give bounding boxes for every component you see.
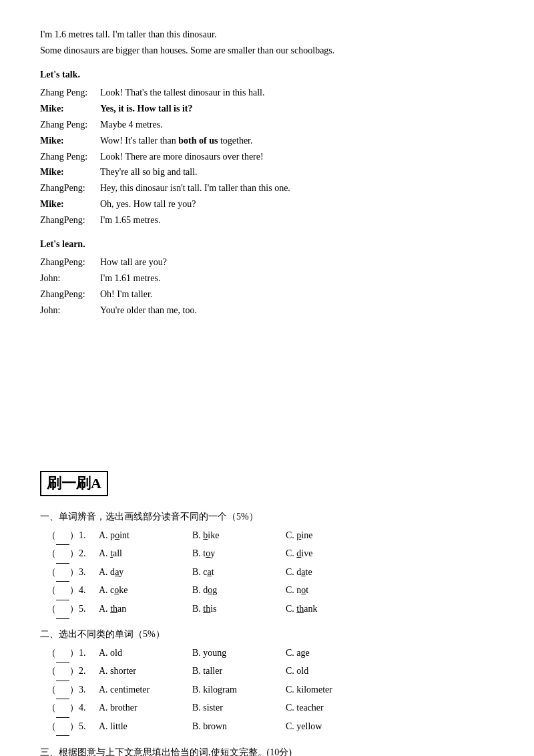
s2-q3-option-c: C. kilometer xyxy=(286,681,379,699)
learn-line-2: John: I'm 1.61 metres. xyxy=(40,270,494,287)
brush-section: 刷一刷A 一、单词辨音，选出画线部分读音不同的一个（5%） （ ） 1. A. … xyxy=(40,471,494,756)
s2-q5-option-c: C. yellow xyxy=(286,718,379,736)
dialog-text-9: I'm 1.65 metres. xyxy=(100,212,160,228)
dialog-text-2: Yes, it is. How tall is it? xyxy=(100,101,192,117)
intro-line1: I'm 1.6 metres tall. I'm taller than thi… xyxy=(40,27,494,43)
dialog-line-6: Mike: They're all so big and tall. xyxy=(40,164,494,180)
learn-speaker-2: John: xyxy=(40,270,100,287)
s2-paren-close-5: ） xyxy=(69,718,79,736)
q2-option-b: B. toy xyxy=(192,545,286,563)
dialog-line-3: Zhang Peng: Maybe 4 metres. xyxy=(40,117,494,133)
section3-header: 三、根据图意与上下文意思填出恰当的词,使短文完整。(10分) xyxy=(40,747,494,756)
learn-line-3: ZhangPeng: Oh! I'm taller. xyxy=(40,287,494,303)
learn-text-3: Oh! I'm taller. xyxy=(100,287,152,303)
s2-paren-close-1: ） xyxy=(69,644,79,663)
section2-q5: （ ） 5. A. little B. brown C. yellow xyxy=(40,718,494,737)
answer-blank-1[interactable] xyxy=(56,527,69,546)
answer-blank-2[interactable] xyxy=(56,545,69,564)
s2-paren-open-2: （ xyxy=(47,663,56,681)
dialog-line-9: ZhangPeng: I'm 1.65 metres. xyxy=(40,212,494,228)
lets-learn-title: Let's learn. xyxy=(40,236,494,252)
section2-header: 二、选出不同类的单词（5%） xyxy=(40,628,494,640)
speaker-zhangpeng-3: Zhang Peng: xyxy=(40,117,100,133)
dialog-line-4: Mike: Wow! It's taller than both of us t… xyxy=(40,133,494,149)
section1-q5: （ ） 5. A. than B. this C. thank xyxy=(40,600,494,619)
paren-close-5: ） xyxy=(69,600,79,618)
brush-title: 刷一刷A xyxy=(40,471,108,496)
section2-q2: （ ） 2. A. shorter B. taller C. old xyxy=(40,663,494,681)
q5-option-a: A. than xyxy=(99,600,192,618)
learn-speaker-3: ZhangPeng: xyxy=(40,287,100,303)
s2-q5-option-a: A. little xyxy=(99,718,192,736)
s2-answer-blank-5[interactable] xyxy=(56,718,69,737)
dialog-line-2: Mike: Yes, it is. How tall is it? xyxy=(40,101,494,117)
s2-paren-open-1: （ xyxy=(47,644,56,663)
intro-block: I'm 1.6 metres tall. I'm taller than thi… xyxy=(40,27,494,59)
learn-text-2: I'm 1.61 metres. xyxy=(100,270,160,287)
q4-option-b: B. dog xyxy=(192,582,286,600)
learn-speaker-1: ZhangPeng: xyxy=(40,254,100,270)
q4-option-a: A. coke xyxy=(99,582,192,600)
dialog-text-5: Look! There are more dinosaurs over ther… xyxy=(100,149,264,165)
q1-option-b: B. bike xyxy=(192,527,286,545)
paren-close-4: ） xyxy=(69,582,79,600)
s2-paren-open-3: （ xyxy=(47,681,56,699)
s2-q4-option-a: A. brother xyxy=(99,699,192,717)
speaker-zhangpeng-7: ZhangPeng: xyxy=(40,180,100,196)
dialog-text-3: Maybe 4 metres. xyxy=(100,117,163,133)
q5-option-c: C. thank xyxy=(286,600,379,618)
answer-blank-5[interactable] xyxy=(56,600,69,619)
paren-close-1: ） xyxy=(69,527,79,545)
paren-open-4: （ xyxy=(47,582,56,600)
s2-paren-open-5: （ xyxy=(47,718,56,736)
speaker-mike-2: Mike: xyxy=(40,101,100,117)
section2-q3: （ ） 3. A. centimeter B. kilogram C. kilo… xyxy=(40,681,494,700)
q3-option-b: B. cat xyxy=(192,564,286,582)
paren-open-3: （ xyxy=(47,564,56,582)
s2-q2-option-a: A. shorter xyxy=(99,663,192,681)
paren-open-1: （ xyxy=(47,527,56,545)
dialog-text-7: Hey, this dinosaur isn't tall. I'm talle… xyxy=(100,180,290,196)
dialog-line-8: Mike: Oh, yes. How tall re you? xyxy=(40,196,494,212)
dialog-text-1: Look! That's the tallest dinosaur in thi… xyxy=(100,85,264,101)
lets-learn-section: Let's learn. ZhangPeng: How tall are you… xyxy=(40,236,494,319)
lets-talk-section: Let's talk. Zhang Peng: Look! That's the… xyxy=(40,67,494,228)
answer-blank-3[interactable] xyxy=(56,564,69,582)
whitespace-area xyxy=(40,324,494,471)
s2-q1-option-c: C. age xyxy=(286,644,379,663)
q3-option-a: A. day xyxy=(99,564,192,582)
speaker-mike-4: Mike: xyxy=(40,133,100,149)
s2-answer-blank-1[interactable] xyxy=(56,644,69,663)
speaker-zhangpeng-1: Zhang Peng: xyxy=(40,85,100,101)
section1-q3: （ ） 3. A. day B. cat C. date xyxy=(40,564,494,582)
lets-talk-title: Let's talk. xyxy=(40,67,494,83)
paren-open-5: （ xyxy=(47,600,56,618)
q2-option-a: A. tall xyxy=(99,545,192,563)
q1-option-a: A. point xyxy=(99,527,192,545)
s2-answer-blank-2[interactable] xyxy=(56,663,69,681)
intro-line2: Some dinosaurs are bigger than houses. S… xyxy=(40,43,494,59)
paren-close-2: ） xyxy=(69,545,79,563)
dialog-line-1: Zhang Peng: Look! That's the tallest din… xyxy=(40,85,494,101)
section2-q4: （ ） 4. A. brother B. sister C. teacher xyxy=(40,699,494,718)
s2-q3-option-b: B. kilogram xyxy=(192,681,286,699)
speaker-mike-6: Mike: xyxy=(40,164,100,180)
s2-answer-blank-4[interactable] xyxy=(56,699,69,718)
dialog-text-4: Wow! It's taller than both of us togethe… xyxy=(100,133,253,149)
answer-blank-4[interactable] xyxy=(56,582,69,600)
speaker-mike-8: Mike: xyxy=(40,196,100,212)
learn-line-4: John: You're older than me, too. xyxy=(40,303,494,319)
q5-option-b: B. this xyxy=(192,600,286,618)
s2-q4-option-b: B. sister xyxy=(192,699,286,717)
s2-q1-option-a: A. old xyxy=(99,644,192,663)
paren-open-2: （ xyxy=(47,545,56,563)
s2-q2-option-c: C. old xyxy=(286,663,379,681)
learn-text-1: How tall are you? xyxy=(100,254,167,270)
s2-paren-open-4: （ xyxy=(47,699,56,717)
s2-answer-blank-3[interactable] xyxy=(56,681,69,700)
learn-speaker-4: John: xyxy=(40,303,100,319)
section1-header: 一、单词辨音，选出画线部分读音不同的一个（5%） xyxy=(40,511,494,523)
s2-paren-close-2: ） xyxy=(69,663,79,681)
section1-q2: （ ） 2. A. tall B. toy C. dive xyxy=(40,545,494,564)
s2-paren-close-4: ） xyxy=(69,699,79,717)
